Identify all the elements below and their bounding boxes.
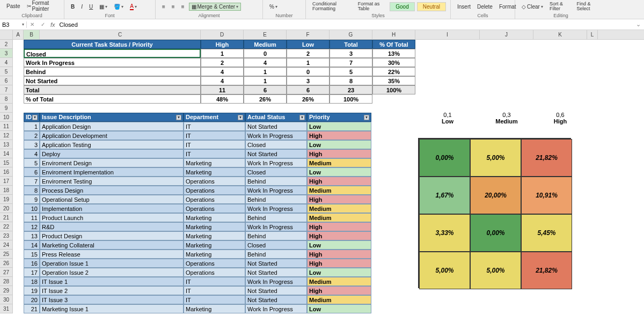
column-header-B[interactable]: B — [24, 30, 40, 39]
issue-id[interactable]: 21 — [24, 304, 40, 313]
issue-department[interactable]: IT — [184, 286, 245, 295]
align-right-button[interactable]: ≡ — [179, 3, 187, 11]
row-header-25[interactable]: 25 — [0, 250, 13, 259]
issue-priority[interactable]: Low — [307, 140, 371, 149]
summary-cell[interactable]: 5 — [330, 67, 372, 76]
summary-total-cell[interactable]: 6 — [287, 85, 330, 94]
underline-button[interactable]: U — [87, 3, 95, 11]
summary-pct-cell[interactable]: 26% — [287, 94, 330, 104]
filter-dropdown-icon[interactable]: ▼ — [238, 115, 243, 120]
align-center-button[interactable]: ≡ — [170, 3, 177, 11]
issue-description[interactable]: Implementation — [40, 204, 184, 213]
filter-dropdown-icon[interactable]: ▼ — [364, 115, 369, 120]
column-header-I[interactable]: I — [415, 30, 480, 39]
issue-id[interactable]: 11 — [24, 213, 40, 222]
row-header-30[interactable]: 30 — [0, 295, 13, 304]
row-header-4[interactable]: 4 — [0, 58, 13, 67]
summary-cell[interactable]: 1 — [244, 67, 287, 76]
column-header-L[interactable]: L — [587, 30, 598, 39]
align-left-button[interactable]: ≡ — [160, 3, 167, 11]
summary-pct-cell[interactable]: 100% — [330, 94, 372, 104]
summary-col-header[interactable]: High — [201, 40, 244, 49]
format-as-table-button[interactable]: Format as Table — [356, 1, 388, 12]
row-header-20[interactable]: 20 — [0, 204, 13, 213]
column-header-A[interactable]: A — [13, 30, 24, 39]
issue-status[interactable]: Not Started — [245, 286, 307, 295]
summary-pct-cell[interactable]: 48% — [201, 94, 244, 104]
issue-description[interactable]: IT Issue 1 — [40, 277, 184, 286]
issue-department[interactable]: Operations — [184, 268, 245, 277]
issue-id[interactable]: 8 — [24, 186, 40, 195]
issue-description[interactable]: Application Testing — [40, 140, 184, 149]
row-header-21[interactable]: 21 — [0, 213, 13, 222]
row-header-5[interactable]: 5 — [0, 67, 13, 76]
issue-description[interactable]: IT Issue 2 — [40, 286, 184, 295]
format-painter-button[interactable]: ✂ Format Painter — [25, 0, 60, 13]
summary-total-cell[interactable]: 11 — [201, 85, 244, 94]
column-header-G[interactable]: G — [330, 30, 372, 39]
paste-button[interactable]: Paste — [4, 2, 23, 10]
issue-description[interactable]: Operation Issue 2 — [40, 268, 184, 277]
italic-button[interactable]: I — [79, 3, 85, 11]
issue-department[interactable]: IT — [184, 277, 245, 286]
row-header-13[interactable]: 13 — [0, 140, 13, 149]
issue-department[interactable]: Marketing — [184, 231, 245, 240]
row-header-28[interactable]: 28 — [0, 277, 13, 286]
issue-description[interactable]: Operation Issue 1 — [40, 259, 184, 268]
issue-id[interactable]: 1 — [24, 122, 40, 131]
column-header-E[interactable]: E — [244, 30, 287, 39]
issue-status[interactable]: Behind — [245, 250, 307, 259]
issue-priority[interactable]: High — [307, 259, 371, 268]
row-header-6[interactable]: 6 — [0, 76, 13, 85]
filter-dropdown-icon[interactable]: ▼ — [32, 115, 38, 120]
summary-row-label[interactable]: Work In Progress — [24, 58, 201, 67]
issue-department[interactable]: IT — [184, 122, 245, 131]
issue-id[interactable]: 7 — [24, 177, 40, 186]
row-header-11[interactable]: 11 — [0, 122, 13, 131]
issue-priority[interactable]: High — [307, 250, 371, 259]
issue-status[interactable]: Behind — [245, 213, 307, 222]
accept-formula-icon[interactable]: ✓ — [38, 21, 48, 27]
summary-col-header[interactable]: Medium — [244, 40, 287, 49]
issue-priority[interactable]: Medium — [307, 204, 371, 213]
row-header-15[interactable]: 15 — [0, 158, 13, 167]
issue-id[interactable]: 3 — [24, 140, 40, 149]
fill-color-button[interactable]: 🪣▾ — [112, 3, 126, 11]
issue-status[interactable]: Behind — [245, 177, 307, 186]
summary-col-header[interactable]: Low — [287, 40, 330, 49]
issue-priority[interactable]: Low — [307, 304, 371, 313]
issue-header-actual-status[interactable]: Actual Status▼ — [245, 113, 307, 122]
issue-priority[interactable]: Medium — [307, 186, 371, 195]
number-format-button[interactable]: % ▾ — [267, 3, 280, 11]
issue-department[interactable]: IT — [184, 149, 245, 158]
row-header-9[interactable]: 9 — [0, 104, 13, 113]
issue-id[interactable]: 19 — [24, 286, 40, 295]
issue-status[interactable]: Work In Progress — [245, 131, 307, 140]
delete-button[interactable]: Delete — [475, 3, 495, 11]
issue-priority[interactable]: Low — [307, 167, 371, 177]
row-header-23[interactable]: 23 — [0, 231, 13, 240]
issue-priority[interactable]: High — [307, 222, 371, 231]
column-header-K[interactable]: K — [533, 30, 587, 39]
issue-priority[interactable]: Medium — [307, 295, 371, 304]
issue-description[interactable]: Enviroment Implementation — [40, 167, 184, 177]
issue-status[interactable]: Not Started — [245, 295, 307, 304]
border-button[interactable]: ▦▾ — [97, 3, 109, 11]
row-header-3[interactable]: 3 — [0, 49, 13, 58]
summary-total-label[interactable]: Total — [24, 85, 201, 94]
issue-id[interactable]: 18 — [24, 277, 40, 286]
fx-icon[interactable]: fx — [48, 21, 57, 28]
issue-status[interactable]: Work In Progress — [245, 304, 307, 313]
issue-department[interactable]: Marketing — [184, 167, 245, 177]
summary-cell[interactable]: 3 — [287, 76, 330, 85]
style-neutral[interactable]: Neutral — [417, 2, 446, 11]
issue-department[interactable]: Marketing — [184, 158, 245, 167]
issue-department[interactable]: Operations — [184, 195, 245, 204]
issue-description[interactable]: Application Development — [40, 131, 184, 140]
issue-department[interactable]: IT — [184, 295, 245, 304]
issue-department[interactable]: IT — [184, 131, 245, 140]
conditional-formatting-button[interactable]: Conditional Formatting — [310, 1, 354, 12]
summary-total-cell[interactable]: 6 — [244, 85, 287, 94]
issue-header-issue-description[interactable]: Issue Description▼ — [40, 113, 184, 122]
summary-cell[interactable]: 30% — [372, 58, 415, 67]
